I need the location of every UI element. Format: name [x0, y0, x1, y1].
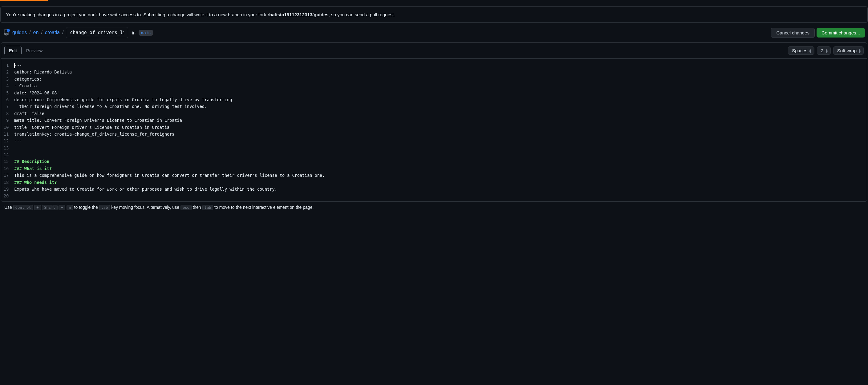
line-number: 6 [4, 96, 9, 103]
code-line[interactable]: ### Who needs it? [14, 179, 867, 186]
code-line[interactable]: categories: [14, 76, 867, 82]
breadcrumb-sep: / [62, 30, 63, 35]
code-line[interactable]: Expats who have moved to Croatia for wor… [14, 186, 867, 193]
indent-mode-value: Spaces [792, 48, 807, 53]
code-line[interactable] [14, 193, 867, 199]
breadcrumb-repo[interactable]: guides [12, 30, 27, 35]
line-number: 17 [4, 172, 9, 179]
line-number: 2 [4, 69, 9, 75]
breadcrumb-sep: / [41, 30, 42, 35]
kbd-plus: + [34, 205, 41, 210]
line-number: 16 [4, 165, 9, 172]
code-line[interactable]: title: Convert Foreign Driver's License … [14, 124, 867, 131]
cancel-button[interactable]: Cancel changes [771, 28, 815, 38]
line-number: 9 [4, 117, 9, 124]
code-line[interactable] [14, 151, 867, 158]
code-line[interactable]: --- [14, 137, 867, 144]
filename-input[interactable] [66, 27, 128, 38]
wrap-mode-select[interactable]: Soft wrap ▴▾ [833, 46, 864, 55]
code-line[interactable]: meta_title: Convert Foreign Driver's Lic… [14, 117, 867, 124]
commit-button[interactable]: Commit changes... [816, 28, 865, 37]
notice-fork: rbatista19112312313/guides [267, 12, 328, 17]
in-label: in [132, 30, 135, 35]
line-number: 3 [4, 76, 9, 82]
code-line[interactable]: - Croatia [14, 82, 867, 89]
repo-icon [3, 30, 9, 36]
breadcrumb-seg-en[interactable]: en [33, 30, 39, 35]
kbd-esc: esc [181, 205, 192, 210]
code-line[interactable]: ### What is it? [14, 165, 867, 172]
code-line[interactable]: date: '2024-06-08' [14, 90, 867, 96]
line-number: 8 [4, 110, 9, 117]
code-line[interactable]: This is a comprehensive guide on how for… [14, 172, 867, 179]
line-number: 12 [4, 137, 9, 144]
kbd-tab: tab [99, 205, 110, 210]
updown-icon: ▴▾ [859, 49, 861, 53]
indent-mode-select[interactable]: Spaces ▴▾ [788, 46, 814, 55]
updown-icon: ▴▾ [826, 49, 828, 53]
line-number: 5 [4, 90, 9, 96]
code-editor[interactable]: 1234567891011121314151617181920 ---autho… [1, 59, 867, 201]
line-number: 14 [4, 151, 9, 158]
line-number: 11 [4, 131, 9, 137]
line-number: 15 [4, 158, 9, 165]
editor-container: Edit Preview Spaces ▴▾ 2 ▴▾ Soft wrap ▴▾… [1, 42, 867, 202]
line-gutter: 1234567891011121314151617181920 [1, 62, 14, 200]
notice-prefix: You're making changes in a project you d… [6, 12, 267, 17]
line-number: 1 [4, 62, 9, 69]
tab-preview[interactable]: Preview [22, 46, 47, 55]
updown-icon: ▴▾ [809, 49, 812, 53]
line-number: 13 [4, 144, 9, 151]
code-line[interactable]: draft: false [14, 110, 867, 117]
tab-group: Edit Preview [4, 46, 47, 55]
text-cursor [14, 63, 15, 68]
kbd-plus: + [59, 205, 65, 210]
indent-size-value: 2 [821, 48, 823, 53]
line-number: 4 [4, 82, 9, 89]
code-lines[interactable]: ---author: Ricardo Batistacategories:- C… [14, 62, 867, 200]
breadcrumb-row: guides / en / croatia / in main Cancel c… [0, 23, 868, 42]
code-line[interactable] [14, 144, 867, 151]
notice-suffix: , so you can send a pull request. [329, 12, 395, 17]
line-number: 18 [4, 179, 9, 186]
line-number: 7 [4, 103, 9, 110]
code-line[interactable]: --- [14, 62, 867, 69]
code-line[interactable]: author: Ricardo Batista [14, 69, 867, 75]
kbd-tab: tab [203, 205, 213, 210]
wrap-mode-value: Soft wrap [837, 48, 857, 53]
line-number: 19 [4, 186, 9, 193]
breadcrumb-sep: / [29, 30, 30, 35]
editor-toolbar: Edit Preview Spaces ▴▾ 2 ▴▾ Soft wrap ▴▾ [1, 43, 867, 59]
kbd-shift: Shift [42, 205, 57, 210]
kbd-control: Control [13, 205, 33, 210]
line-number: 20 [4, 193, 9, 199]
branch-tag[interactable]: main [138, 30, 153, 36]
code-line[interactable]: their foreign driver's license to a Croa… [14, 103, 867, 110]
fork-notice: You're making changes in a project you d… [0, 6, 868, 23]
line-number: 10 [4, 124, 9, 131]
unsaved-indicator [7, 29, 10, 32]
progress-bar [0, 0, 48, 1]
indent-size-select[interactable]: 2 ▴▾ [817, 46, 830, 55]
keyboard-hint: Use Control + Shift + m to toggle the ta… [0, 202, 868, 213]
code-line[interactable]: description: Comprehensive guide for exp… [14, 96, 867, 103]
code-line[interactable]: translationKey: croatia-change_of_driver… [14, 131, 867, 137]
code-line[interactable]: ## Description [14, 158, 867, 165]
breadcrumb-seg-croatia[interactable]: croatia [45, 30, 60, 35]
tab-edit[interactable]: Edit [4, 46, 22, 55]
kbd-m: m [66, 205, 73, 210]
